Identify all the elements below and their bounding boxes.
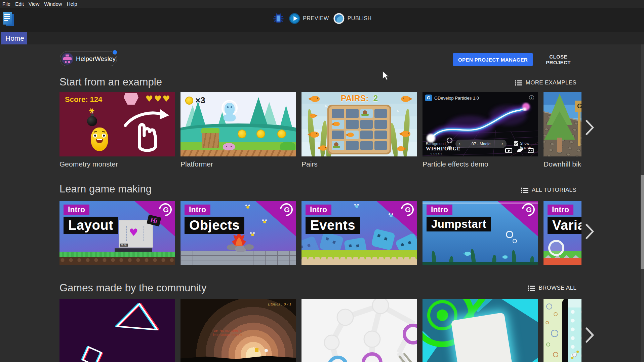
gdevelop-logo-icon: G: [280, 203, 293, 216]
menu-bar: File Edit View Window Help: [0, 0, 644, 8]
gdevelop-logo-icon: G: [401, 203, 414, 216]
close-project-button[interactable]: CLOSE PROJECT: [535, 53, 581, 66]
card-thumbnail: G GDevelop Particles 1.0 i Background ‹ …: [422, 92, 538, 156]
tutorial-card-events[interactable]: G Intro Events: [301, 201, 417, 265]
bubble-character: [548, 240, 564, 256]
pentagon-shape: [124, 93, 138, 105]
publish-button[interactable]: PUBLISH: [334, 13, 372, 24]
more-examples-button[interactable]: MORE EXAMPLES: [515, 79, 576, 86]
community-card-5[interactable]: [544, 299, 581, 362]
card-title: Particle effects demo: [422, 160, 538, 168]
youtube-icon: [505, 148, 512, 153]
card-thumbnail: [422, 299, 538, 362]
pairs-cell: [332, 109, 344, 118]
intro-banner: Intro: [64, 205, 89, 215]
publish-label: PUBLISH: [348, 15, 372, 22]
card-thumbnail: Etoiles : 0 / 1 Tuer les monstres en leu…: [180, 299, 296, 362]
community-card-2[interactable]: Etoiles : 0 / 1 Tuer les monstres en leu…: [180, 299, 296, 362]
avatar: [62, 53, 73, 65]
tutorial-card-layout[interactable]: G ♥ 26,06 Hi Intro Layout: [59, 201, 175, 265]
community-card-1[interactable]: [59, 299, 175, 362]
fish-tile: [333, 122, 340, 126]
menu-view[interactable]: View: [29, 1, 39, 7]
preview-button[interactable]: PREVIEW: [289, 13, 329, 24]
tutorial-word: Jumpstart: [427, 217, 491, 231]
card-thumbnail: G ♥ 26,06 Hi Intro Layout: [59, 201, 175, 265]
community-carousel: Etoiles : 0 / 1 Tuer les monstres en leu…: [59, 299, 581, 362]
tutorial-card-variables[interactable]: G +1 Intro Variables: [544, 201, 581, 265]
community-card-3[interactable]: [301, 299, 417, 362]
gdevelop-logo-icon: G: [522, 203, 535, 216]
tutorial-card-objects[interactable]: G Intro Objects: [180, 201, 296, 265]
bomb: [87, 116, 97, 126]
snail-tile: [334, 142, 338, 147]
neon-shapes: [59, 299, 175, 362]
notification-dot: [113, 50, 117, 55]
stars-counter: Etoiles : 0 / 1: [268, 301, 291, 307]
scrollbar-thumb[interactable]: [641, 175, 644, 269]
open-project-manager-button[interactable]: OPEN PROJECT MANAGER: [453, 53, 533, 66]
card-title: Downhill bike: [544, 160, 581, 168]
hearts: ♥♥♥: [146, 94, 171, 104]
tutorial-card-jumpstart[interactable]: G Intro Jumpstart: [422, 201, 538, 265]
platform-block: [201, 128, 219, 148]
card-thumbnail: [301, 299, 417, 362]
intro-banner: Intro: [185, 205, 210, 215]
example-card-platformer[interactable]: ×3 Platformer: [180, 92, 296, 169]
tutorials-carousel: G ♥ 26,06 Hi Intro Layout: [59, 201, 581, 265]
pairs-cell: [374, 131, 387, 140]
pairs-cell: [374, 120, 387, 129]
tutorials-next-icon[interactable]: [586, 224, 594, 239]
browse-all-button[interactable]: BROWSE ALL: [528, 285, 576, 291]
gdevelop-window: File Edit View Window Help: [0, 0, 644, 362]
card-title: Geometry monster: [59, 160, 175, 168]
tutorial-word: Events: [306, 217, 360, 234]
twitter-icon: [517, 148, 523, 153]
example-card-geometry-monster[interactable]: Score: 124 ♥♥♥: [59, 92, 175, 169]
example-card-pairs[interactable]: PAIRS: 2: [301, 92, 417, 169]
pairs-cell: [332, 120, 344, 129]
list-icon: [521, 187, 528, 193]
main-toolbar: PREVIEW PUBLISH: [0, 8, 644, 32]
publish-icon: [334, 13, 345, 24]
pairs-cell: [360, 131, 373, 140]
examples-carousel: Score: 124 ♥♥♥: [59, 92, 581, 169]
pairs-cell: [346, 109, 358, 118]
card-thumbnail: [59, 299, 175, 362]
pairs-cell: [346, 141, 358, 150]
slime-enemy: [223, 143, 235, 150]
card-title: Pairs: [301, 160, 417, 168]
player-sprite: [255, 348, 258, 352]
discord-icon: [528, 148, 534, 153]
example-card-downhill-bike[interactable]: G Downhill bike: [544, 92, 581, 169]
community-next-icon[interactable]: [586, 327, 594, 343]
preview-label: PREVIEW: [303, 15, 329, 22]
pairs-board: [327, 105, 391, 154]
project-manager-icon[interactable]: [3, 12, 15, 27]
community-card-4[interactable]: [422, 299, 538, 362]
menu-file[interactable]: File: [2, 1, 10, 7]
next-effect-icon: ›: [499, 141, 505, 147]
coin-icon: [185, 97, 193, 105]
all-tutorials-button[interactable]: ALL TUTORIALS: [521, 187, 576, 193]
example-card-particle-effects[interactable]: G GDevelop Particles 1.0 i Background ‹ …: [422, 92, 538, 169]
more-examples-label: MORE EXAMPLES: [526, 79, 576, 86]
scene-editor-panel: ♥ 26,06: [119, 220, 153, 248]
menu-help[interactable]: Help: [67, 1, 77, 7]
card-title: Platformer: [180, 160, 296, 168]
ball-sprite: [265, 349, 268, 352]
card-thumbnail: ×3: [180, 92, 296, 156]
menu-window[interactable]: Window: [44, 1, 62, 7]
hint-text: Tuer les monstres en leur sautant dessus: [201, 328, 254, 337]
user-profile-chip[interactable]: HelperWesley: [60, 51, 117, 66]
all-tutorials-label: ALL TUTORIALS: [532, 187, 576, 193]
ring-puzzle: [301, 299, 417, 362]
pairs-cell: [360, 109, 373, 118]
menu-edit[interactable]: Edit: [15, 1, 24, 7]
debugger-icon[interactable]: [272, 12, 284, 25]
info-icon: i: [529, 95, 534, 100]
examples-next-icon[interactable]: [586, 120, 594, 135]
heart-sprite: ♥: [129, 226, 138, 238]
pairs-cell: [360, 141, 373, 150]
tab-home[interactable]: Home: [1, 32, 27, 44]
